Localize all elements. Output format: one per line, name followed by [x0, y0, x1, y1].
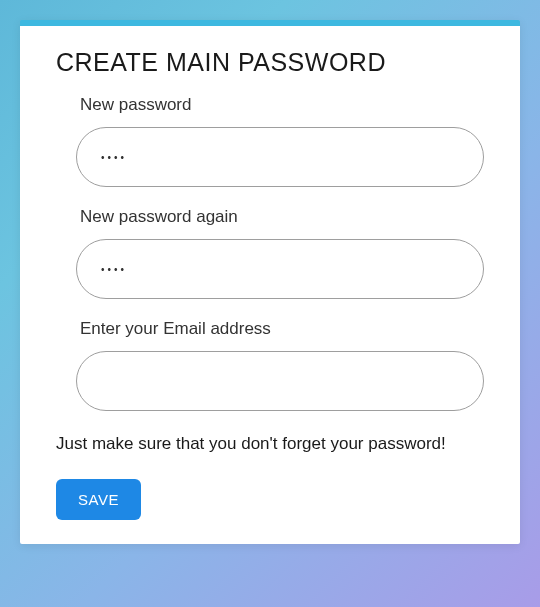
new-password-input[interactable] — [76, 127, 484, 187]
new-password-again-group: New password again — [46, 207, 494, 299]
new-password-group: New password — [46, 95, 494, 187]
email-group: Enter your Email address — [46, 319, 494, 411]
form-title: CREATE MAIN PASSWORD — [46, 48, 494, 77]
new-password-again-label: New password again — [76, 207, 484, 227]
new-password-label: New password — [76, 95, 484, 115]
new-password-again-input[interactable] — [76, 239, 484, 299]
create-password-card: CREATE MAIN PASSWORD New password New pa… — [20, 20, 520, 544]
email-label: Enter your Email address — [76, 319, 484, 339]
email-input[interactable] — [76, 351, 484, 411]
save-button[interactable]: SAVE — [56, 479, 141, 520]
helper-text: Just make sure that you don't forget you… — [46, 431, 494, 457]
